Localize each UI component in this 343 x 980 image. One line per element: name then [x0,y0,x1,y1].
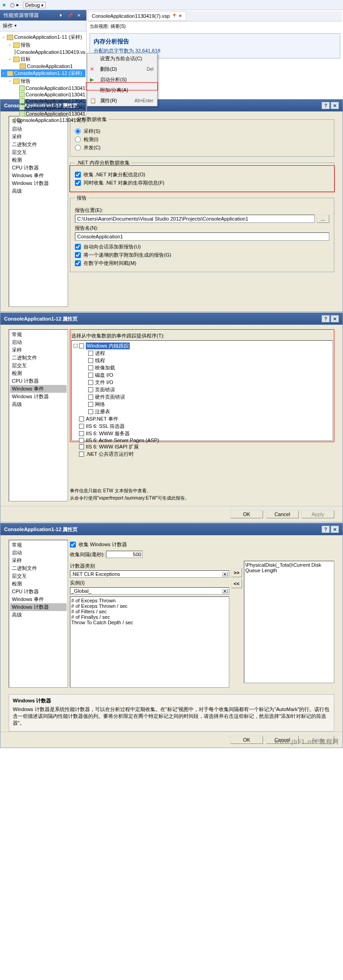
sidebar-item-sampling[interactable]: 采样 [10,133,67,141]
check-auto-add-report[interactable] [75,244,81,250]
sidebar-item-binary[interactable]: 二进制文件 [10,354,67,362]
tree-network[interactable]: 网络 [88,401,331,408]
sidebar-item-general[interactable]: 常规 [10,541,67,549]
radio-instrumentation[interactable] [75,137,81,142]
tree-targets-folder[interactable]: ▿目标 [7,55,85,63]
available-counters-list[interactable]: # of Exceps Thrown # of Exceps Thrown / … [70,596,229,688]
tree-report-item[interactable]: ConsoleApplication113041 [14,91,85,98]
sidebar-item-binary[interactable]: 二进制文件 [10,141,67,148]
sidebar-item-windows-events[interactable]: Windows 事件 [10,172,67,179]
sidebar-item-advanced[interactable]: 高级 [10,400,67,408]
sidebar-item-tier[interactable]: 层交互 [10,148,67,156]
ok-button[interactable]: OK [230,736,263,744]
pin-icon[interactable]: 📍 [172,14,177,18]
tree-iis-ssl[interactable]: IIS 6: SSL 筛选器 [79,423,331,430]
check-collect-allocation[interactable] [75,172,81,178]
sidebar-item-general[interactable]: 常规 [10,331,67,338]
tree-image-load[interactable]: 映像加载 [88,364,331,372]
tree-reports-folder-2[interactable]: ▿报告 [7,77,85,85]
nav-back-icon[interactable]: ◯ [10,3,15,7]
sidebar-item-instrumentation[interactable]: 检测 [10,580,67,588]
remove-counter-button[interactable]: << [231,579,242,588]
sidebar-item-advanced[interactable]: 高级 [10,187,67,195]
location-input[interactable] [75,215,315,223]
sidebar-item-instrumentation[interactable]: 检测 [10,369,67,377]
sidebar-item-cpu-counters[interactable]: CPU 计数器 [10,164,67,172]
sidebar-item-launch[interactable]: 启动 [10,338,67,346]
sidebar-item-windows-events[interactable]: Windows 事件 [10,595,67,603]
close-button[interactable]: ✕ [331,315,339,322]
tree-registry[interactable]: 注册表 [88,408,331,416]
tree-report-item[interactable]: ConsoleApplication1130419(7).vs [14,117,85,123]
close-icon[interactable]: ✕ [75,13,83,18]
pin-icon[interactable]: 📌 [66,13,74,18]
cancel-button[interactable]: Cancel [266,736,299,744]
tree-iis-asp[interactable]: IIS 6: Active Server Pages (ASP) [79,437,331,443]
tree-report-item[interactable]: ConsoleApplication113041 [14,85,85,91]
dropdown-icon[interactable]: ▼ [57,13,64,18]
tree-report-item[interactable]: ConsoleApplication113041 [14,111,85,117]
sidebar-item-binary[interactable]: 二进制文件 [10,564,67,572]
cancel-button[interactable]: Cancel [266,510,299,518]
menu-start-analysis[interactable]: ▶启动分析(S) [87,74,157,85]
sidebar-item-sampling[interactable]: 采样 [10,346,67,354]
tree-report-item[interactable]: ConsoleApplication113041 [14,98,85,104]
sidebar-item-windows-counters[interactable]: Windows 计数器 [10,179,67,187]
apply-button[interactable]: Apply [301,736,334,744]
add-counter-button[interactable]: >> [231,568,242,577]
sidebar-item-cpu-counters[interactable]: CPU 计数器 [10,377,67,385]
selected-counters-list[interactable]: \PhysicalDisk(_Total)\Current Disk Queue… [244,561,334,683]
tree-disk-io[interactable]: 磁盘 I/O [88,372,331,379]
operations-menu[interactable]: 操作▼ [0,21,86,32]
tree-file-io[interactable]: 文件 I/O [88,379,331,386]
close-tab-icon[interactable]: ✕ [179,14,182,18]
sidebar-item-windows-events[interactable]: Windows 事件 [10,385,67,393]
tree-iis-www[interactable]: IIS 6: WWW 服务器 [79,430,331,437]
sidebar-item-advanced[interactable]: 高级 [10,611,67,619]
help-button[interactable]: ? [322,315,330,322]
document-tab[interactable]: ConsoleApplication1130419(7).vsp📍✕ [88,11,186,21]
check-use-timestamp[interactable] [75,260,81,266]
interval-input[interactable]: 500 [106,551,142,558]
tree-kernel-tracing[interactable]: -Windows 内核跟踪 [74,342,331,350]
config-dropdown[interactable]: Debug ▾ [23,2,46,8]
tree-target-item[interactable]: ConsoleApplication1 [14,63,85,69]
tree-page-faults[interactable]: 页面错误 [88,386,331,394]
help-button[interactable]: ? [322,526,330,533]
tree-session-2[interactable]: ▿ConsoleApplication1-12 (采样) [1,69,85,77]
apply-button[interactable]: Apply [301,510,334,518]
ok-button[interactable]: OK [230,510,263,518]
check-collect-lifetime[interactable] [75,180,81,186]
tree-net-clr[interactable]: .NET 公共语言运行时 [79,451,331,458]
check-append-number[interactable] [75,252,81,258]
tree-hard-page-faults[interactable]: 硬件页面错误 [88,394,331,401]
tree-reports-folder[interactable]: ▿报告 [7,41,85,49]
sidebar-item-sampling[interactable]: 采样 [10,557,67,564]
menu-delete[interactable]: ✕删除(D)Del [87,64,157,74]
radio-sampling[interactable] [75,128,81,134]
sidebar-item-launch[interactable]: 启动 [10,549,67,557]
sidebar-item-windows-counters[interactable]: Windows 计数器 [10,603,67,611]
sidebar-item-windows-counters[interactable]: Windows 计数器 [10,393,67,400]
tree-aspnet-events[interactable]: ASP.NET 事件 [79,416,331,423]
tree-report-item[interactable]: ConsoleApplication113041 [14,104,85,111]
browse-button[interactable]: ... [317,215,329,223]
sidebar-item-launch[interactable]: 启动 [10,125,67,133]
menu-attach-detach[interactable]: 附加/分离(A) [87,85,157,95]
sidebar-item-cpu-counters[interactable]: CPU 计数器 [10,588,67,595]
category-combo[interactable]: .NET CLR Exceptions▼ [70,570,229,578]
report-name-input[interactable] [75,232,329,241]
sidebar-item-instrumentation[interactable]: 检测 [10,156,67,164]
menu-properties[interactable]: 📋属性(R)Alt+Enter [87,95,157,106]
tree-session-1[interactable]: ▿ConsoleApplication1-11 (采样) [1,33,85,41]
tree-process[interactable]: 进程 [88,350,331,357]
sidebar-item-tier[interactable]: 层交互 [10,362,67,369]
check-collect-windows-counters[interactable] [70,542,76,548]
close-button[interactable]: ✕ [331,526,339,533]
menu-set-current-session[interactable]: 设置为当前会话(C) [87,53,157,64]
radio-concurrency[interactable] [75,145,81,151]
nav-arrow-icon[interactable]: ▸ [16,2,19,8]
tree-iis-isapi[interactable]: IIS 6: WWW ISAPI 扩展 [79,443,331,451]
tree-report-item[interactable]: ConsoleApplication1130419.vsp [14,49,85,55]
tree-thread[interactable]: 线程 [88,357,331,364]
